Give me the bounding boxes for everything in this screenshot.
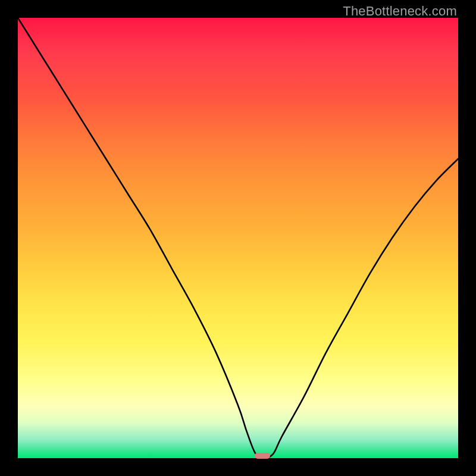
watermark-text: TheBottleneck.com: [343, 4, 457, 19]
optimal-point-marker: [255, 453, 270, 459]
curve-svg: [18, 18, 458, 458]
bottleneck-chart: [18, 18, 458, 458]
bottleneck-curve: [18, 18, 458, 458]
